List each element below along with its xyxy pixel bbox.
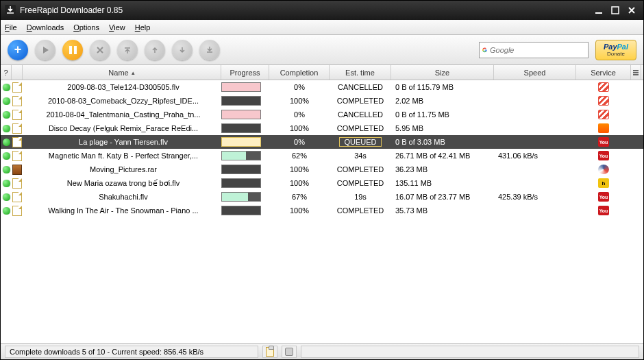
- completion-pct: 0%: [269, 110, 330, 119]
- progress-bar: [221, 137, 269, 147]
- file-name: Magnetic Man ft. Katy B - Perfect Strang…: [23, 152, 221, 160]
- file-type-icon: [12, 123, 23, 134]
- status-dot: [1, 111, 12, 119]
- col-est-time[interactable]: Est. time: [330, 65, 391, 80]
- est-time: QUEUED: [330, 137, 391, 147]
- titlebar: FreeRapid Downloader 0.85: [1, 1, 643, 20]
- progress-bar: [221, 192, 269, 202]
- table-row[interactable]: Moving_Pictures.rar100%COMPLETED36.23 MB: [1, 163, 643, 176]
- add-button[interactable]: +: [8, 40, 28, 60]
- status-dot: [1, 139, 12, 146]
- progress-bar: [221, 165, 269, 174]
- completion-pct: 100%: [269, 179, 330, 187]
- completion-pct: 0%: [269, 138, 330, 146]
- completion-pct: 100%: [269, 124, 330, 132]
- table-row[interactable]: La plage - Yann Tiersen.flv0%QUEUED0 B o…: [1, 135, 643, 149]
- maximize-button[interactable]: [608, 4, 623, 16]
- col-name[interactable]: Name: [23, 65, 221, 80]
- file-type-icon: [12, 192, 23, 202]
- speed: 425.39 kB/s: [494, 193, 576, 201]
- minimize-button[interactable]: [591, 4, 606, 16]
- completion-pct: 67%: [269, 193, 330, 201]
- table-row[interactable]: 2010-08-03_Comeback_Ozzy_Ripfest_IDE...1…: [1, 94, 643, 108]
- size: 26.71 MB of 42.41 MB: [391, 152, 494, 160]
- table-row[interactable]: 2009-08-03_Tele124-D300505.flv0%CANCELLE…: [1, 80, 643, 94]
- table-header: ? Name Progress Completion Est. time Siz…: [1, 65, 643, 80]
- status-empty: [301, 346, 639, 358]
- file-name: New Maria ozawa trong bể bơi.flv: [23, 179, 221, 188]
- progress-bar: [221, 96, 269, 106]
- downloads-table[interactable]: 2009-08-03_Tele124-D300505.flv0%CANCELLE…: [1, 80, 643, 343]
- menu-view[interactable]: View: [109, 23, 125, 32]
- status-dot: [1, 180, 12, 187]
- pause-button[interactable]: [62, 40, 83, 60]
- menu-help[interactable]: Help: [135, 23, 151, 32]
- cancel-button[interactable]: [90, 40, 110, 60]
- tap-icon: [285, 348, 293, 356]
- table-row[interactable]: 2010-08-04_Talentmania_Casting_Praha_tn.…: [1, 108, 643, 121]
- col-config-button[interactable]: [631, 65, 641, 80]
- progress-bar: [221, 123, 269, 133]
- menu-file[interactable]: File: [5, 23, 17, 32]
- col-size[interactable]: Size: [391, 65, 494, 80]
- move-top-button[interactable]: [117, 40, 138, 60]
- service-icon: [576, 165, 631, 174]
- search-input[interactable]: [490, 46, 585, 54]
- service-icon: [576, 206, 631, 215]
- paypal-donate-button[interactable]: PayPal Donate: [595, 40, 636, 60]
- table-row[interactable]: Walking In The Air - The Snowman - Piano…: [1, 204, 643, 217]
- col-speed[interactable]: Speed: [494, 65, 576, 80]
- service-icon: [576, 110, 631, 119]
- move-bottom-button[interactable]: [199, 40, 220, 60]
- est-time: 19s: [330, 193, 391, 201]
- status-dot: [1, 97, 12, 105]
- completion-pct: 100%: [269, 97, 330, 105]
- size: 0 B of 115.79 MB: [391, 83, 494, 91]
- col-status[interactable]: ?: [1, 65, 12, 80]
- size: 135.11 MB: [391, 179, 494, 187]
- size: 16.07 MB of 23.77 MB: [391, 193, 494, 201]
- file-name: Moving_Pictures.rar: [23, 165, 221, 173]
- search-box[interactable]: [479, 42, 589, 58]
- google-icon: [482, 45, 487, 55]
- file-name: 2009-08-03_Tele124-D300505.flv: [23, 83, 221, 91]
- service-icon: [576, 96, 631, 106]
- col-progress[interactable]: Progress: [221, 65, 269, 80]
- est-time: COMPLETED: [330, 124, 391, 132]
- status-dot: [1, 125, 12, 132]
- status-dot: [1, 166, 12, 173]
- col-service[interactable]: Service: [576, 65, 631, 80]
- status-dot: [1, 193, 12, 201]
- toolbar: + PayPal Donate: [1, 35, 643, 65]
- size: 36.23 MB: [391, 165, 494, 173]
- service-icon: [576, 151, 631, 160]
- size: 35.73 MB: [391, 206, 494, 215]
- play-button[interactable]: [35, 40, 55, 60]
- close-button[interactable]: [624, 4, 639, 16]
- est-time: COMPLETED: [330, 179, 391, 187]
- plus-icon: +: [14, 43, 22, 57]
- service-icon: [576, 137, 631, 147]
- clipboard-icon: [266, 347, 274, 357]
- menu-downloads[interactable]: Downloads: [27, 23, 64, 32]
- tray-button[interactable]: [282, 346, 297, 358]
- svg-rect-4: [633, 74, 639, 75]
- move-down-button[interactable]: [172, 40, 193, 60]
- col-completion[interactable]: Completion: [269, 65, 330, 80]
- table-row[interactable]: New Maria ozawa trong bể bơi.flv100%COMP…: [1, 176, 643, 190]
- table-row[interactable]: Shakuhachi.flv67%19s16.07 MB of 23.77 MB…: [1, 190, 643, 204]
- svg-rect-2: [633, 70, 639, 71]
- status-dot: [1, 84, 12, 91]
- file-type-icon: [12, 110, 23, 120]
- move-up-button[interactable]: [145, 40, 165, 60]
- clipboard-monitor-button[interactable]: [262, 346, 277, 358]
- svg-rect-0: [595, 12, 602, 14]
- col-icon[interactable]: [12, 65, 23, 80]
- table-row[interactable]: Disco Decay (Felguk Remix_Farace ReEdi..…: [1, 121, 643, 135]
- file-name: 2010-08-03_Comeback_Ozzy_Ripfest_IDE...: [23, 97, 221, 105]
- file-type-icon: [12, 165, 23, 175]
- size: 5.95 MB: [391, 124, 494, 132]
- table-row[interactable]: Magnetic Man ft. Katy B - Perfect Strang…: [1, 149, 643, 163]
- menu-options[interactable]: Options: [73, 23, 99, 32]
- speed: 431.06 kB/s: [494, 152, 576, 160]
